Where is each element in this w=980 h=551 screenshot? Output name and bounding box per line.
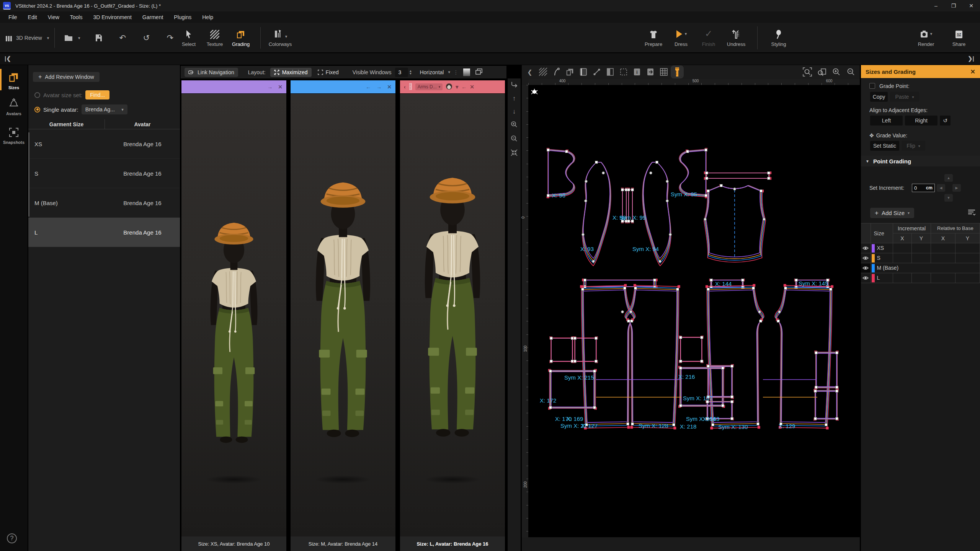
grade-point-marker[interactable] xyxy=(673,424,675,426)
pattern-canvas[interactable]: X: 96Sym X: 95X: 98Sym X: 99X: 93Sym X: … xyxy=(528,85,860,537)
grade-point-marker[interactable] xyxy=(720,184,723,187)
zoom-out-icon[interactable] xyxy=(511,135,518,144)
prepare-button[interactable]: Prepare xyxy=(642,29,665,47)
grade-point-marker[interactable] xyxy=(701,360,703,363)
grade-point-marker[interactable] xyxy=(836,417,838,420)
grade-point-marker[interactable] xyxy=(679,404,682,407)
eye-icon[interactable] xyxy=(862,266,869,270)
grade-point-marker[interactable] xyxy=(814,390,817,393)
select-tool-button[interactable]: Select xyxy=(177,29,201,47)
review-viewport-1[interactable]: →✕Size: XS, Avatar: Brenda Age 10 xyxy=(181,80,286,551)
grade-value-cell[interactable] xyxy=(893,243,912,253)
increment-left-button[interactable]: ◀ xyxy=(937,184,945,192)
restore-windows-button[interactable] xyxy=(475,68,482,76)
undo-button[interactable]: ↶ xyxy=(111,34,134,42)
grade-point-marker[interactable] xyxy=(742,279,744,282)
find-button[interactable]: Find... xyxy=(85,90,109,99)
zoom-selection-icon[interactable] xyxy=(802,67,812,77)
grade-point-marker[interactable] xyxy=(627,423,629,425)
visible-windows-input[interactable]: 3 xyxy=(395,68,408,77)
dress-button[interactable]: ▾ Dress xyxy=(669,29,693,47)
zoom-fit-icon[interactable] xyxy=(817,67,827,77)
back-arrow-icon[interactable]: ← xyxy=(461,84,467,90)
grade-point-marker[interactable] xyxy=(550,337,553,340)
grade-point-marker[interactable] xyxy=(624,287,626,290)
avatar-size-set-option[interactable]: Avatar size set: Find... xyxy=(34,90,109,99)
grid-icon[interactable] xyxy=(659,67,669,77)
menu-item-plugins[interactable]: Plugins xyxy=(169,13,196,22)
viewport-3d-view[interactable] xyxy=(181,94,286,536)
garment-size-row[interactable]: SBrenda Age 16 xyxy=(28,159,180,188)
grade-point-marker[interactable] xyxy=(731,401,733,403)
panel-scrollbar[interactable] xyxy=(28,132,29,217)
grade-point-marker[interactable] xyxy=(581,288,584,291)
garment-size-row[interactable]: XSBrenda Age 16 xyxy=(28,129,180,159)
viewport-3d-view[interactable] xyxy=(291,94,395,536)
zoom-in-icon[interactable] xyxy=(511,121,518,130)
grade-point-marker[interactable] xyxy=(547,149,550,152)
close-viewport-icon[interactable]: ✕ xyxy=(470,84,474,90)
grade-point-marker[interactable] xyxy=(777,320,780,323)
grade-point-marker[interactable] xyxy=(836,390,838,393)
measure-tape-icon[interactable] xyxy=(409,83,412,91)
collapse-left-icon[interactable]: |❮ xyxy=(5,55,11,62)
eye-icon[interactable] xyxy=(862,276,869,280)
grade-point-marker[interactable] xyxy=(679,367,682,370)
grade-point-marker[interactable] xyxy=(653,279,656,282)
link-navigation-button[interactable]: Link Navigation xyxy=(185,68,238,77)
background-gradient-button[interactable] xyxy=(463,68,470,76)
grade-value-cell[interactable] xyxy=(893,253,912,263)
grade-point-marker[interactable] xyxy=(550,360,553,363)
grade-point-marker[interactable] xyxy=(768,172,770,174)
grade-value-cell[interactable] xyxy=(955,273,980,283)
eye-icon[interactable] xyxy=(862,256,869,260)
grade-point-marker[interactable] xyxy=(676,288,679,291)
return-arrow-icon[interactable] xyxy=(511,82,518,90)
collapse-arrows-icon[interactable] xyxy=(511,149,518,158)
sidebar-item-snapshots[interactable]: Snapshots xyxy=(0,127,28,145)
viewport-header[interactable]: ←→✕ xyxy=(291,80,395,93)
set-static-button[interactable]: Set Static xyxy=(870,141,899,151)
grading-tool-button[interactable]: Grading xyxy=(229,29,253,47)
fabric-texture-icon[interactable] xyxy=(538,67,548,77)
grade-point-marker[interactable] xyxy=(549,406,552,409)
grade-point-marker[interactable] xyxy=(565,150,568,153)
stitch-needle-icon[interactable] xyxy=(552,67,562,77)
grade-point-marker[interactable] xyxy=(706,177,708,180)
close-panel-icon[interactable]: ✕ xyxy=(970,68,975,75)
grade-point-marker[interactable] xyxy=(731,365,733,368)
align-left-button[interactable]: Left xyxy=(870,116,903,126)
grade-point-marker[interactable] xyxy=(595,337,598,340)
share-button[interactable]: SZ Share xyxy=(947,29,971,47)
layout-fixed-button[interactable]: Fixed xyxy=(314,68,343,77)
pattern-piece[interactable] xyxy=(551,338,573,362)
size-row[interactable]: XS xyxy=(861,243,980,253)
copy-button[interactable]: Copy xyxy=(870,92,888,102)
menu-item-3d-environment[interactable]: 3D Environment xyxy=(88,13,136,22)
mode-selector[interactable]: 3D Review ▾ xyxy=(5,33,49,43)
arrow-down-icon[interactable]: ↓ xyxy=(513,108,516,116)
grade-point-marker[interactable] xyxy=(595,161,598,164)
grade-point-marker[interactable] xyxy=(631,189,634,191)
grade-point-marker[interactable] xyxy=(830,288,832,291)
grade-point-marker[interactable] xyxy=(815,352,818,354)
add-size-button[interactable]: + Add Size ▾ xyxy=(870,208,914,218)
grade-value-cell[interactable] xyxy=(931,243,955,253)
grade-point-marker[interactable] xyxy=(757,423,760,425)
grade-point-marker[interactable] xyxy=(707,190,710,192)
reset-align-button[interactable]: ↺ xyxy=(940,116,951,126)
pose-dropdown[interactable]: Arms D...▾ xyxy=(415,83,443,90)
previous-size-icon[interactable]: ‹ xyxy=(404,84,406,90)
grade-value-cell[interactable] xyxy=(912,253,931,263)
grade-point-marker[interactable] xyxy=(814,417,817,420)
increment-up-button[interactable]: ▲ xyxy=(944,174,953,182)
grade-point-marker[interactable] xyxy=(630,320,633,323)
colorways-button[interactable]: ▾ Colorways xyxy=(268,29,292,47)
undress-button[interactable]: Undress xyxy=(724,29,748,47)
grade-point-marker[interactable] xyxy=(712,424,714,426)
review-viewport-2[interactable]: ←→✕Size: M, Avatar: Brenda Age 14 xyxy=(291,80,395,551)
back-arrow-icon[interactable]: ← xyxy=(366,84,371,90)
grade-point-marker[interactable] xyxy=(825,424,828,426)
grade-point-marker[interactable] xyxy=(836,352,838,354)
pattern-piece[interactable] xyxy=(816,352,837,388)
